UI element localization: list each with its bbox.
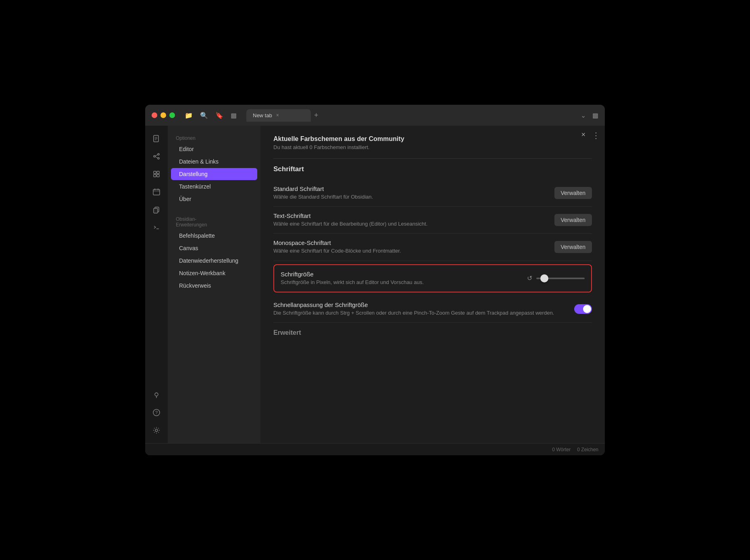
nav-item-editor[interactable]: Editor (171, 143, 257, 155)
community-header: Aktuelle Farbschemen aus der Community D… (273, 135, 592, 150)
divider-1 (273, 158, 592, 159)
svg-rect-13 (153, 189, 160, 195)
sidebar-help-icon[interactable]: ? (148, 404, 165, 421)
schriftgroesse-slider-thumb[interactable] (540, 274, 548, 282)
sidebar-graph-icon[interactable] (148, 148, 165, 164)
tab-label: New tab (253, 112, 272, 118)
nav-item-dateien[interactable]: Dateien & Links (171, 156, 257, 168)
text-schriftart-row: Text-Schriftart Wähle eine Schriftart fü… (273, 207, 592, 234)
text-schriftart-button[interactable]: Verwalten (554, 214, 592, 226)
search-icon[interactable]: 🔍 (200, 112, 208, 119)
schriftgroesse-highlighted-row: Schriftgröße Schriftgröße in Pixeln, wir… (273, 264, 592, 292)
traffic-lights (152, 112, 175, 118)
settings-content: × ⋮ Aktuelle Farbschemen aus der Communi… (260, 126, 605, 443)
svg-rect-9 (154, 171, 156, 174)
main-area: ? Optionen Editor Dateien & Links Darste… (145, 126, 605, 443)
standard-schriftart-button[interactable]: Verwalten (554, 187, 592, 199)
nav-item-ueber[interactable]: Über (171, 193, 257, 205)
svg-point-23 (155, 429, 158, 431)
schriftart-heading: Schriftart (273, 165, 592, 173)
settings-nav-sidebar: Optionen Editor Dateien & Links Darstell… (168, 126, 260, 443)
sidebar-calendar-icon[interactable] (148, 184, 165, 200)
nav-item-tastenkuerzel[interactable]: Tastenkürzel (171, 180, 257, 193)
text-schriftart-desc: Wähle eine Schriftart für die Bearbeitun… (273, 220, 546, 228)
monospace-schriftart-info: Monospace-Schriftart Wähle eine Schrifta… (273, 239, 546, 255)
schnellanpassung-row: Schnellanpassung der Schriftgröße Die Sc… (273, 296, 592, 323)
nav-item-notizen-werkbank[interactable]: Notizen-Werkbank (171, 267, 257, 279)
svg-point-6 (158, 158, 159, 159)
statusbar: 0 Wörter 0 Zeichen (145, 443, 605, 455)
maximize-button[interactable] (169, 112, 175, 118)
text-schriftart-info: Text-Schriftart Wähle eine Schriftart fü… (273, 212, 546, 228)
sidebar-settings-icon[interactable] (148, 422, 165, 438)
toggle-knob (583, 305, 591, 313)
community-subtitle: Du hast aktuell 0 Farbschemen installier… (273, 144, 568, 150)
sidebar-terminal-icon[interactable] (148, 219, 165, 235)
bookmark-icon[interactable]: 🔖 (215, 112, 223, 119)
sidebar-copy-icon[interactable] (148, 201, 165, 218)
svg-rect-12 (157, 174, 159, 177)
svg-rect-10 (157, 171, 159, 174)
nav-section-optionen: Optionen (168, 132, 260, 143)
svg-rect-11 (154, 174, 156, 177)
new-tab-button[interactable]: + (314, 111, 319, 120)
nav-item-canvas[interactable]: Canvas (171, 242, 257, 254)
monospace-schriftart-label: Monospace-Schriftart (273, 239, 546, 246)
community-title: Aktuelle Farbschemen aus der Community (273, 135, 568, 143)
schnellanpassung-toggle[interactable] (574, 304, 592, 314)
standard-schriftart-label: Standard Schriftart (273, 185, 546, 192)
text-schriftart-label: Text-Schriftart (273, 212, 546, 219)
new-tab[interactable]: New tab × (246, 109, 311, 122)
svg-line-7 (155, 155, 158, 156)
nav-item-darstellung[interactable]: Darstellung (171, 168, 257, 180)
svg-point-20 (155, 393, 158, 396)
schnellanpassung-desc: Die Schriftgröße kann durch Strg + Scrol… (273, 309, 566, 317)
close-button[interactable] (152, 112, 157, 118)
folder-icon[interactable]: 📁 (185, 112, 193, 119)
svg-point-4 (154, 156, 155, 157)
tab-close-button[interactable]: × (276, 112, 279, 118)
more-options-icon[interactable]: ⋮ (592, 131, 600, 140)
schriftgroesse-desc: Schriftgröße in Pixeln, wirkt sich auf E… (281, 279, 519, 286)
char-count: 0 Zeichen (577, 447, 598, 452)
dropdown-icon[interactable]: ⌄ (581, 112, 586, 119)
reset-schriftgroesse-button[interactable]: ↺ (527, 274, 532, 282)
svg-point-5 (158, 153, 159, 155)
word-count: 0 Wörter (552, 447, 571, 452)
split-view-icon[interactable]: ▩ (592, 112, 598, 119)
sidebar-toggle-icon[interactable]: ▩ (231, 112, 237, 119)
sidebar-new-note[interactable] (148, 131, 165, 147)
standard-schriftart-desc: Wähle die Standard Schriftart für Obsidi… (273, 193, 546, 201)
sidebar-grid-icon[interactable] (148, 166, 165, 182)
nav-section-erweiterungen: Obsidian-Erweiterungen (168, 213, 260, 229)
schriftgroesse-slider-track[interactable] (536, 278, 585, 279)
nav-item-datenwiederherstellung[interactable]: Datenwiederherstellung (171, 255, 257, 267)
nav-item-befehlspalette[interactable]: Befehlspalette (171, 230, 257, 242)
schnellanpassung-info: Schnellanpassung der Schriftgröße Die Sc… (273, 301, 566, 317)
icon-sidebar: ? (145, 126, 168, 443)
tab-bar: New tab × + (246, 109, 576, 122)
schnellanpassung-label: Schnellanpassung der Schriftgröße (273, 301, 566, 308)
schriftgroesse-label: Schriftgröße (281, 271, 519, 278)
app-window: 📁 🔍 🔖 ▩ New tab × + ⌄ ▩ (145, 105, 605, 455)
close-content-button[interactable]: × (581, 131, 585, 139)
svg-rect-18 (154, 208, 158, 213)
standard-schriftart-row: Standard Schriftart Wähle die Standard S… (273, 180, 592, 207)
nav-item-rueckverweis[interactable]: Rückverweis (171, 280, 257, 292)
titlebar-right: ⌄ ▩ (581, 112, 598, 119)
svg-text:?: ? (155, 410, 158, 415)
monospace-schriftart-button[interactable]: Verwalten (554, 241, 592, 253)
titlebar-icons: 📁 🔍 🔖 ▩ (185, 112, 237, 119)
titlebar: 📁 🔍 🔖 ▩ New tab × + ⌄ ▩ (145, 105, 605, 126)
erweitert-heading: Erweitert (273, 329, 592, 336)
sidebar-location-icon[interactable] (148, 387, 165, 403)
minimize-button[interactable] (160, 112, 166, 118)
svg-line-8 (155, 157, 158, 158)
standard-schriftart-info: Standard Schriftart Wähle die Standard S… (273, 185, 546, 201)
schriftgroesse-controls: ↺ (527, 274, 585, 282)
monospace-schriftart-row: Monospace-Schriftart Wähle eine Schrifta… (273, 234, 592, 261)
schriftgroesse-info: Schriftgröße Schriftgröße in Pixeln, wir… (281, 271, 519, 286)
monospace-schriftart-desc: Wähle eine Schriftart für Code-Blöcke un… (273, 247, 546, 255)
